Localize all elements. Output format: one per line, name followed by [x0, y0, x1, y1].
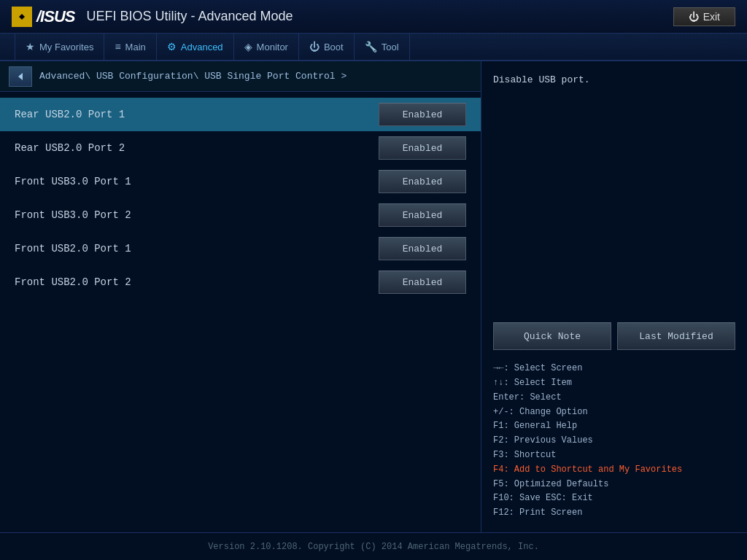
nav-label-tool: Tool: [382, 42, 399, 52]
nav-label-boot: Boot: [324, 42, 344, 52]
nav-item-advanced[interactable]: ⚙Advanced: [157, 33, 234, 61]
header: /ISUS UEFI BIOS Utility - Advanced Mode …: [0, 0, 747, 34]
footer-text: Version 2.10.1208. Copyright (C) 2014 Am…: [208, 542, 539, 552]
exit-button[interactable]: ⏻ Exit: [673, 7, 735, 26]
port-row[interactable]: Front USB2.0 Port 2Enabled: [0, 265, 481, 299]
last-modified-button[interactable]: Last Modified: [617, 322, 735, 350]
back-button[interactable]: [9, 66, 32, 87]
shortcut-item: Enter: Select: [493, 391, 735, 405]
asus-logo: /ISUS: [12, 7, 74, 27]
nav-label-advanced: Advanced: [181, 42, 223, 52]
nav-icon-main: ≡: [115, 41, 120, 52]
port-value-button[interactable]: Enabled: [379, 203, 466, 227]
nav-item-favorites[interactable]: ★My Favorites: [15, 33, 104, 61]
nav-item-tool[interactable]: 🔧Tool: [355, 33, 410, 61]
port-value-button[interactable]: Enabled: [379, 136, 466, 160]
port-row[interactable]: Front USB3.0 Port 2Enabled: [0, 198, 481, 232]
port-label: Front USB2.0 Port 2: [15, 276, 379, 288]
port-row[interactable]: Rear USB2.0 Port 2Enabled: [0, 131, 481, 165]
nav-label-monitor: Monitor: [257, 42, 288, 52]
port-row[interactable]: Front USB3.0 Port 1Enabled: [0, 165, 481, 198]
help-text: Disable USB port.: [493, 73, 735, 88]
navbar: ★My Favorites≡Main⚙Advanced◈Monitor⏻Boot…: [0, 34, 747, 61]
port-value-button[interactable]: Enabled: [379, 103, 466, 126]
shortcut-item: F3: Shortcut: [493, 448, 735, 463]
nav-label-favorites: My Favorites: [39, 42, 93, 52]
header-title: UEFI BIOS Utility - Advanced Mode: [86, 9, 293, 24]
nav-icon-tool: 🔧: [365, 41, 377, 52]
nav-icon-advanced: ⚙: [167, 41, 177, 52]
shortcut-item: F2: Previous Values: [493, 434, 735, 448]
shortcut-item: +/-: Change Option: [493, 405, 735, 420]
shortcut-item: ↑↓: Select Item: [493, 376, 735, 391]
left-panel: Advanced\ USB Configuration\ USB Single …: [0, 61, 481, 532]
nav-label-main: Main: [125, 42, 146, 52]
nav-item-boot[interactable]: ⏻Boot: [299, 33, 355, 61]
port-label: Front USB3.0 Port 2: [15, 209, 379, 221]
port-label: Front USB3.0 Port 1: [15, 176, 379, 187]
action-buttons: Quick Note Last Modified: [493, 322, 735, 350]
port-value-button[interactable]: Enabled: [379, 237, 466, 260]
shortcut-item: →←: Select Screen: [493, 362, 735, 376]
port-row[interactable]: Rear USB2.0 Port 1Enabled: [0, 98, 481, 131]
nav-icon-boot: ⏻: [309, 41, 320, 52]
port-label: Rear USB2.0 Port 2: [15, 142, 379, 154]
exit-label: Exit: [703, 11, 720, 23]
port-row[interactable]: Front USB2.0 Port 1Enabled: [0, 232, 481, 265]
port-value-button[interactable]: Enabled: [379, 170, 466, 193]
breadcrumb: Advanced\ USB Configuration\ USB Single …: [39, 71, 347, 82]
shortcut-item: F5: Optimized Defaults: [493, 478, 735, 492]
asus-icon: [12, 7, 32, 27]
nav-icon-monitor: ◈: [244, 41, 252, 52]
port-label: Rear USB2.0 Port 1: [15, 109, 379, 120]
asus-brand: /ISUS: [36, 7, 74, 26]
port-list: Rear USB2.0 Port 1EnabledRear USB2.0 Por…: [0, 92, 481, 305]
shortcut-item: F12: Print Screen: [493, 506, 735, 521]
port-label: Front USB2.0 Port 1: [15, 243, 379, 254]
port-value-button[interactable]: Enabled: [379, 271, 466, 294]
shortcut-item: F4: Add to Shortcut and My Favorites: [493, 463, 735, 478]
main-content: Advanced\ USB Configuration\ USB Single …: [0, 61, 747, 532]
nav-icon-favorites: ★: [26, 41, 35, 52]
quick-note-button[interactable]: Quick Note: [493, 322, 611, 350]
right-panel: Disable USB port. Quick Note Last Modifi…: [481, 61, 747, 532]
nav-item-monitor[interactable]: ◈Monitor: [234, 33, 299, 61]
breadcrumb-bar: Advanced\ USB Configuration\ USB Single …: [0, 61, 481, 92]
nav-item-main[interactable]: ≡Main: [104, 33, 156, 61]
shortcut-item: F10: Save ESC: Exit: [493, 491, 735, 506]
exit-icon: ⏻: [689, 11, 699, 23]
shortcut-item: F1: General Help: [493, 419, 735, 434]
footer: Version 2.10.1208. Copyright (C) 2014 Am…: [0, 532, 747, 560]
svg-marker-0: [18, 73, 23, 80]
shortcut-list: →←: Select Screen↑↓: Select ItemEnter: S…: [493, 362, 735, 521]
